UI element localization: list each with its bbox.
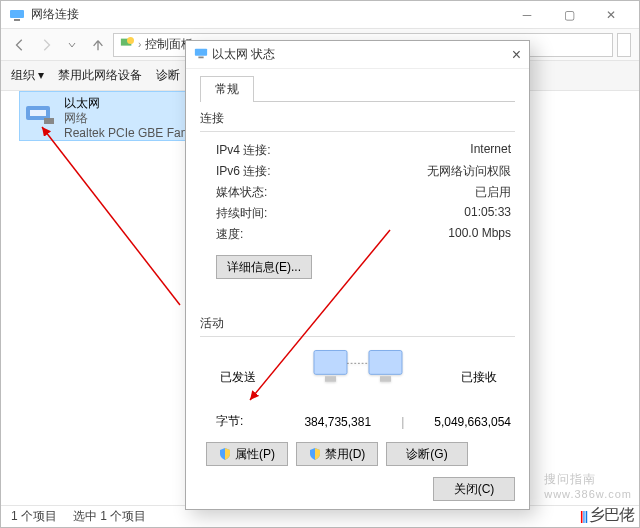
watermark: 搜问指南 www.386w.com	[544, 465, 632, 500]
search-box[interactable]	[617, 33, 631, 57]
svg-rect-5	[30, 110, 46, 116]
network-icon	[9, 7, 25, 23]
svg-rect-1	[14, 19, 20, 21]
activity-graphic: 已发送 已接收	[200, 345, 515, 409]
duration-label: 持续时间:	[216, 205, 267, 222]
window-controls: ─ ▢ ✕	[507, 3, 631, 27]
bytes-label: 字节:	[216, 413, 266, 430]
ipv4-label: IPv4 连接:	[216, 142, 271, 159]
shield-icon	[309, 448, 321, 460]
properties-button[interactable]: 属性(P)	[206, 442, 288, 466]
minimize-button[interactable]: ─	[507, 3, 547, 27]
bytes-sent: 384,735,381	[296, 415, 371, 429]
dialog-icon	[194, 46, 208, 63]
selected-count: 选中 1 个项目	[73, 508, 146, 525]
svg-rect-10	[368, 351, 401, 375]
window-title: 网络连接	[31, 6, 507, 23]
back-button[interactable]	[9, 34, 31, 56]
svg-rect-7	[195, 49, 207, 56]
ipv6-label: IPv6 连接:	[216, 163, 271, 180]
section-activity: 活动	[200, 315, 515, 332]
media-label: 媒体状态:	[216, 184, 267, 201]
svg-rect-9	[313, 351, 346, 375]
diagnose-button[interactable]: 诊断(G)	[386, 442, 468, 466]
bytes-recv: 5,049,663,054	[434, 415, 511, 429]
item-count: 1 个项目	[11, 508, 57, 525]
ethernet-adapter-icon	[24, 100, 56, 128]
chevron-right-icon: ›	[138, 39, 141, 50]
ipv6-value: 无网络访问权限	[427, 163, 511, 180]
bytes-row: 字节: 384,735,381 | 5,049,663,054	[200, 409, 515, 434]
disable-button[interactable]: 禁用(D)	[296, 442, 378, 466]
shield-icon	[219, 448, 231, 460]
speed-label: 速度:	[216, 226, 243, 243]
svg-rect-8	[198, 57, 203, 59]
tab-general[interactable]: 常规	[200, 76, 254, 102]
disable-device[interactable]: 禁用此网络设备	[58, 67, 142, 84]
details-button[interactable]: 详细信息(E)...	[216, 255, 312, 279]
close-button[interactable]: 关闭(C)	[433, 477, 515, 501]
close-button[interactable]: ✕	[591, 3, 631, 27]
tabstrip: 常规	[200, 75, 515, 101]
dialog-titlebar: 以太网 状态 ×	[186, 41, 529, 69]
sent-label: 已发送	[220, 369, 256, 386]
activity-icon	[303, 345, 413, 401]
duration-value: 01:05:33	[464, 205, 511, 222]
media-value: 已启用	[475, 184, 511, 201]
dialog-close-button[interactable]: ×	[493, 46, 521, 64]
ipv4-value: Internet	[470, 142, 511, 159]
overlay-logo: |||乡巴佬	[580, 500, 634, 526]
dialog-body: 常规 连接 IPv4 连接:Internet IPv6 连接:无网络访问权限 媒…	[186, 69, 529, 480]
svg-point-3	[127, 37, 134, 44]
svg-rect-12	[379, 376, 390, 381]
control-panel-icon	[120, 36, 134, 53]
up-button[interactable]	[87, 34, 109, 56]
ethernet-status-dialog: 以太网 状态 × 常规 连接 IPv4 连接:Internet IPv6 连接:…	[185, 40, 530, 510]
diagnose[interactable]: 诊断	[156, 67, 180, 84]
speed-value: 100.0 Mbps	[448, 226, 511, 243]
dialog-title: 以太网 状态	[212, 46, 493, 63]
forward-button[interactable]	[35, 34, 57, 56]
section-connection: 连接	[200, 110, 515, 127]
history-dropdown[interactable]	[61, 34, 83, 56]
action-buttons: 属性(P) 禁用(D) 诊断(G)	[200, 434, 515, 470]
svg-rect-11	[324, 376, 335, 381]
main-titlebar: 网络连接 ─ ▢ ✕	[1, 1, 639, 29]
organize-menu[interactable]: 组织 ▾	[11, 67, 44, 84]
received-label: 已接收	[461, 369, 497, 386]
svg-rect-0	[10, 10, 24, 18]
maximize-button[interactable]: ▢	[549, 3, 589, 27]
svg-rect-6	[44, 118, 54, 124]
